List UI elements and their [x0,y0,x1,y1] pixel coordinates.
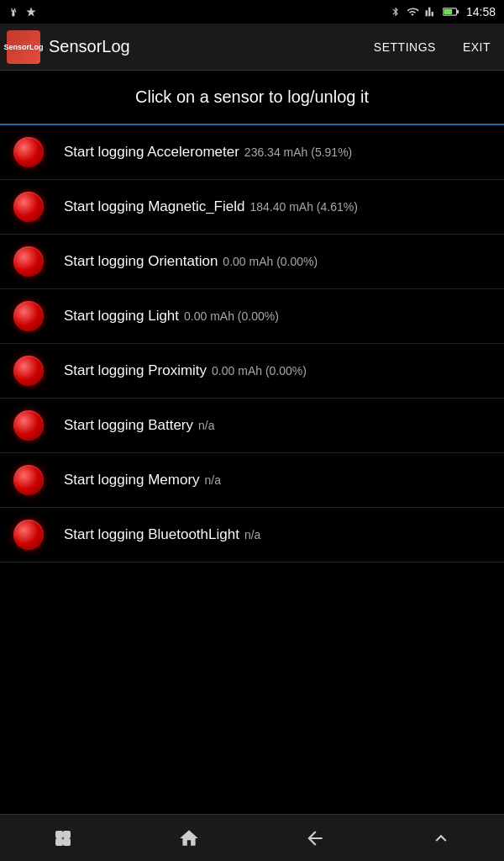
app-bar-actions: SETTINGS EXIT [367,37,497,57]
svg-rect-1 [457,10,459,13]
sensor-item-6[interactable]: Start logging Memoryn/a [0,453,504,508]
svg-rect-2 [444,9,452,14]
sensor-value-6: n/a [205,473,221,487]
sensor-indicator-7 [13,520,44,550]
app-logo: SensorLog [7,30,40,64]
settings-button[interactable]: SETTINGS [367,37,443,57]
app-bar: SensorLog SensorLog SETTINGS EXIT [0,24,504,71]
sensor-item-0[interactable]: Start logging Accelerometer236.34 mAh (5… [0,125,504,180]
sensor-item-3[interactable]: Start logging Light0.00 mAh (0.00%) [0,289,504,344]
sensor-label-1: Start logging Magnetic_Field [64,198,244,215]
sensor-value-1: 184.40 mAh (4.61%) [249,200,357,214]
sensor-list: Start logging Accelerometer236.34 mAh (5… [0,125,504,814]
sensor-value-5: n/a [198,419,214,432]
home-button[interactable] [174,823,204,853]
sensor-indicator-3 [13,301,44,331]
sensor-indicator-5 [13,410,44,441]
sensor-value-4: 0.00 mAh (0.00%) [212,364,307,378]
svg-rect-3 [56,832,62,837]
svg-rect-4 [64,832,70,837]
sensor-label-2: Start logging Orientation [64,253,218,270]
sensor-value-0: 236.34 mAh (5.91%) [244,145,352,159]
sensor-item-5[interactable]: Start logging Batteryn/a [0,399,504,453]
sensor-value-3: 0.00 mAh (0.00%) [184,309,279,323]
signal-icon [424,6,438,18]
sensor-label-6: Start logging Memory [64,472,200,489]
svg-rect-6 [64,839,70,845]
sensor-indicator-4 [13,356,44,386]
recent-apps-button[interactable] [48,823,78,853]
nav-bar [0,814,504,861]
clock: 14:58 [466,5,496,18]
recent-apps-icon [53,828,73,848]
sensor-item-2[interactable]: Start logging Orientation0.00 mAh (0.00%… [0,235,504,289]
exit-button[interactable]: EXIT [456,37,497,57]
svg-rect-5 [56,839,62,845]
sensor-indicator-0 [13,137,44,167]
sensor-indicator-2 [13,246,44,277]
sensor-value-2: 0.00 mAh (0.00%) [223,255,318,268]
app-title: SensorLog [49,37,367,56]
sensor-item-7[interactable]: Start logging BluetoothLightn/a [0,508,504,563]
sensor-value-7: n/a [244,528,260,541]
battery-icon [443,7,459,17]
status-bar-right: 14:58 [391,5,496,18]
sensor-indicator-1 [13,192,44,222]
sensor-item-1[interactable]: Start logging Magnetic_Field184.40 mAh (… [0,180,504,235]
sensor-label-3: Start logging Light [64,308,179,325]
sensor-label-7: Start logging BluetoothLight [64,526,239,543]
back-icon [304,827,326,849]
status-bar: 14:58 [0,0,504,24]
sensor-item-4[interactable]: Start logging Proximity0.00 mAh (0.00%) [0,344,504,399]
sensor-label-0: Start logging Accelerometer [64,144,239,161]
back-button[interactable] [300,823,330,853]
sensor-label-4: Start logging Proximity [64,362,207,379]
sensor-indicator-6 [13,465,44,495]
sensor-label-5: Start logging Battery [64,417,193,434]
bluetooth-icon [391,5,401,18]
wifi-icon [406,6,419,18]
up-icon [430,827,452,849]
usb-icon [8,5,20,18]
home-icon [178,827,200,849]
instruction-header: Click on a sensor to log/unlog it [0,71,504,125]
status-bar-left [8,5,391,18]
star-icon [25,6,37,18]
up-button[interactable] [426,823,456,853]
